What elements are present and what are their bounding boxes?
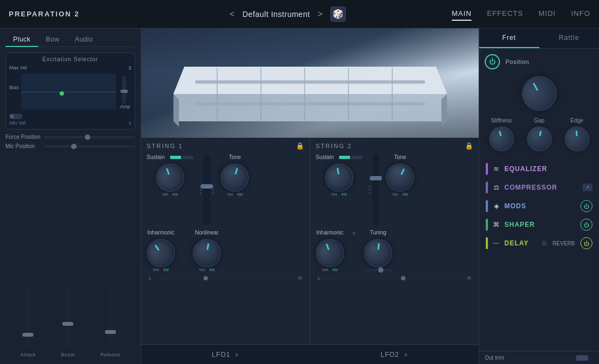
lfo1-item[interactable]: LFO1 ∧ [212, 351, 239, 359]
excitation-toggle[interactable] [9, 114, 22, 119]
string2-tuning-knob[interactable] [363, 238, 393, 268]
amp-fader-thumb[interactable] [120, 90, 128, 93]
edge-knob[interactable] [563, 125, 591, 152]
tab-main[interactable]: MAIN [452, 7, 472, 21]
shaper-power-button[interactable]: ⏻ [580, 219, 592, 231]
randomize-button[interactable]: 🎲 [330, 7, 346, 22]
amp-slider[interactable]: Amp [118, 74, 131, 109]
fret-position-knob[interactable] [515, 69, 563, 117]
string2-sustain-vel: Vel [331, 192, 337, 197]
string1-nonlinear-kb: Kb [210, 267, 215, 272]
string2-sustain-vel-kb: Vel Kb [331, 192, 347, 197]
mods-name: MODS [504, 202, 577, 210]
string1-inharmonic-label: Inharmonic [147, 230, 174, 236]
string2-fader-thumb[interactable] [370, 176, 382, 180]
right-panel: Fret Rattle ⏻ Position Stiffness Gap [479, 28, 599, 364]
string1-fader[interactable] [203, 154, 210, 225]
string1-bottom-controls: Inharmonic Vel Kb Nonlinear [147, 230, 304, 272]
preset-name: Default Instrument [242, 10, 310, 19]
string2-tone-vel: Vel [392, 192, 398, 197]
string2-pan-slider[interactable] [323, 278, 465, 279]
lfo2-item[interactable]: LFO2 ∧ [381, 351, 408, 359]
tab-bow[interactable]: Bow [38, 33, 67, 46]
string2-lock-icon[interactable]: 🔒 [465, 142, 473, 150]
attack-thumb[interactable] [22, 333, 33, 337]
effect-row-equalizer[interactable]: ≋ EQUALIZER [484, 160, 595, 178]
string1-lock-icon[interactable]: 🔒 [296, 142, 304, 150]
string1-pan-thumb[interactable] [203, 276, 208, 280]
string2-sustain-section: Sustain Vel Kb [316, 154, 362, 197]
string1-tone-knob[interactable] [218, 160, 253, 195]
string2-sustain-knob[interactable] [323, 161, 356, 194]
string1-sustain-knob[interactable] [152, 160, 188, 196]
string2-tuning-thumb[interactable] [378, 267, 383, 273]
boost-thumb[interactable] [62, 322, 73, 326]
tab-fret[interactable]: Fret [479, 28, 539, 48]
compressor-edit-button[interactable]: ↗ [583, 184, 592, 191]
string2-tuning-label: Tuning [370, 230, 386, 236]
string1-pan-slider[interactable] [154, 278, 296, 279]
tab-audio[interactable]: Audio [67, 33, 101, 46]
string1-nonlinear-knob[interactable] [190, 237, 223, 269]
delay-toggle[interactable] [542, 240, 547, 246]
amp-fader[interactable] [122, 76, 126, 104]
tab-effects[interactable]: EFFECTS [487, 7, 523, 21]
excitation-graph[interactable] [21, 74, 117, 109]
mic-position-thumb[interactable] [71, 144, 77, 149]
force-position-row: Force Position [5, 134, 135, 140]
out-trim-label: Out trim [485, 355, 504, 361]
string2-inharmonic-section: Inharmonic Vel Kb [316, 230, 344, 272]
equalizer-name: EQUALIZER [504, 165, 592, 173]
nav-area: < Default Instrument > 🎲 [124, 7, 452, 22]
equalizer-icon: ≋ [491, 165, 501, 173]
string1-inharmonic-knob[interactable] [141, 233, 181, 273]
string2-inharmonic-knob[interactable] [312, 235, 348, 272]
string2-inharmonic-kb: Kb [333, 267, 338, 272]
release-slider[interactable] [108, 287, 113, 348]
instrument-view [141, 28, 479, 138]
tab-pluck[interactable]: Pluck [5, 33, 38, 47]
lfo2-label: LFO2 [381, 351, 399, 359]
string2-tuning-slider[interactable] [364, 269, 392, 271]
effect-row-delay[interactable]: ⋯ DELAY REVERB ⏻ [484, 234, 595, 252]
string2-title: STRING 2 [316, 143, 352, 149]
stiffness-label: Stiffness [491, 118, 511, 124]
release-thumb[interactable] [105, 330, 116, 334]
max-vel-value: 2 [129, 65, 131, 71]
next-preset-button[interactable]: > [318, 9, 323, 19]
effect-row-shaper[interactable]: ⌘ SHAPER ⏻ [484, 216, 595, 233]
attack-slider[interactable] [26, 287, 30, 348]
string2-tone-vel-kb: Vel Kb [392, 192, 408, 197]
force-position-slider[interactable] [44, 136, 135, 138]
mods-power-button[interactable]: ⏻ [580, 200, 592, 212]
gap-knob[interactable] [525, 124, 554, 153]
string2-pan-thumb[interactable] [401, 276, 405, 280]
release-label: Release [100, 352, 120, 357]
string1-nonlinear-header: Nonlinear [195, 230, 219, 236]
max-vel-label: Max Vel [9, 65, 27, 71]
mic-position-label: Mic Position [5, 143, 44, 149]
stiffness-knob[interactable] [486, 124, 516, 154]
tab-rattle[interactable]: Rattle [539, 28, 600, 48]
out-trim-slider[interactable] [509, 357, 594, 359]
string2-tone-knob[interactable] [381, 158, 419, 196]
gap-label: Gap [534, 118, 544, 124]
force-position-thumb[interactable] [85, 134, 90, 140]
lfo-bar: LFO1 ∧ LFO2 ∧ [141, 344, 479, 364]
string1-fader-thumb[interactable] [201, 184, 213, 189]
top-bar: PREPARATION 2 < Default Instrument > 🎲 M… [0, 0, 599, 28]
tab-info[interactable]: INFO [571, 7, 590, 21]
string2-plus: + [348, 230, 359, 246]
boost-slider[interactable] [66, 287, 70, 348]
reverb-power-button[interactable]: ⏻ [580, 237, 592, 249]
effect-row-compressor[interactable]: ⚖ COMPRESSOR ↗ [484, 179, 595, 196]
mic-position-slider[interactable] [44, 145, 135, 148]
string2-sustain-label: Sustain [316, 154, 334, 160]
tab-midi[interactable]: MIDI [538, 7, 555, 21]
string2-fader[interactable] [373, 154, 379, 225]
effect-row-mods[interactable]: ◈ MODS ⏻ [484, 197, 595, 215]
fret-power-button[interactable]: ⏻ [485, 54, 500, 69]
out-trim-thumb[interactable] [576, 355, 588, 361]
prev-preset-button[interactable]: < [230, 9, 235, 19]
string1-inharmonic-kb: Kb [164, 267, 169, 272]
